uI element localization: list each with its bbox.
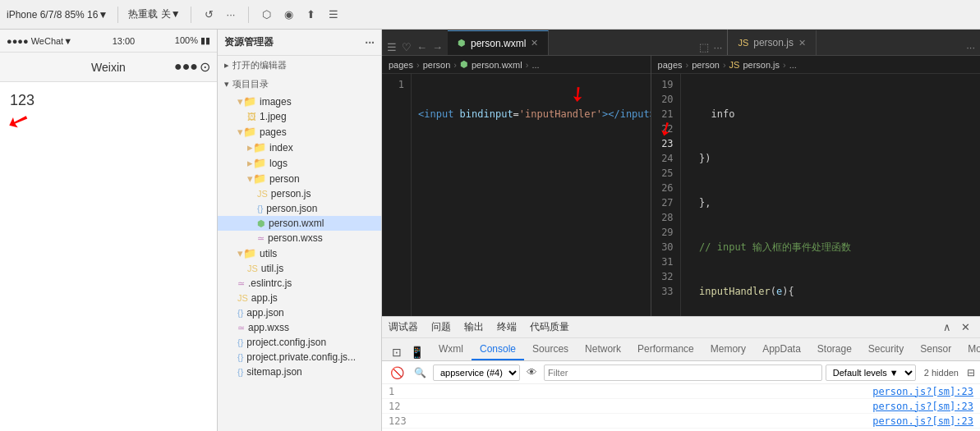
- js-icon: JS: [247, 264, 258, 273]
- console-link-2[interactable]: person.js?[sm]:23: [872, 401, 973, 412]
- tree-personjs-file[interactable]: JS person.js: [218, 186, 381, 201]
- tree-logs-folder[interactable]: ▸📁 logs: [218, 155, 381, 171]
- devtools-tab-mock[interactable]: Mock: [959, 339, 980, 360]
- tree-personjson-file[interactable]: {} person.json: [218, 201, 381, 216]
- tab-close-button[interactable]: ✕: [531, 38, 538, 48]
- devtools-tab-network[interactable]: Network: [577, 339, 629, 360]
- tree-1jpeg-file[interactable]: 🖼 1.jpeg: [218, 109, 381, 124]
- more-button[interactable]: ···: [223, 7, 239, 22]
- code-line-22: // input 输入框的事件处理函数: [688, 240, 973, 254]
- folder-icon: ▾📁: [237, 126, 256, 138]
- more-editor-button2[interactable]: ···: [964, 39, 977, 55]
- code-area-wxml[interactable]: 1 <input bindinput='inputHandler'></inpu…: [382, 74, 651, 316]
- tree-utiljs-file[interactable]: JS util.js: [218, 261, 381, 276]
- console-link-1[interactable]: person.js?[sm]:23: [872, 386, 973, 397]
- tree-item-label: project.private.config.js...: [246, 351, 356, 363]
- tree-appjson-file[interactable]: {} app.json: [218, 305, 381, 320]
- split-button[interactable]: ⬚: [697, 39, 711, 55]
- tree-item-label: person.js: [271, 188, 311, 199]
- devtools-terminal-tab[interactable]: 终端: [497, 320, 517, 334]
- console-line-number: 12: [389, 401, 405, 412]
- devtools-collapse-button[interactable]: ∧: [940, 319, 955, 335]
- code-token: ){: [782, 284, 794, 299]
- devtools-tab-sources[interactable]: Sources: [524, 339, 577, 360]
- console-filter-input[interactable]: [544, 365, 822, 381]
- device-selector[interactable]: iPhone 6/7/8 85% 16▼: [7, 9, 108, 21]
- console-link-3[interactable]: person.js?[sm]:23: [872, 415, 973, 427]
- nav-circle-icon[interactable]: ⊙: [200, 59, 210, 75]
- devtools-tab-appdata[interactable]: AppData: [754, 339, 809, 360]
- folder-icon: ▾📁: [247, 172, 266, 185]
- project-dir-chevron: ▾: [224, 79, 229, 89]
- tab-close-button[interactable]: ✕: [798, 38, 806, 48]
- tree-appjs-file[interactable]: JS app.js: [218, 291, 381, 305]
- arrow-annotation-phone: ➚: [2, 104, 33, 141]
- more-editor-button[interactable]: ···: [712, 39, 725, 55]
- console-line-number: 123: [389, 415, 407, 427]
- devtools-tab-console[interactable]: Console: [472, 339, 524, 360]
- project-dir-section[interactable]: ▾ 项目目录: [218, 75, 381, 94]
- hot-reload-toggle[interactable]: 热重载 关▼: [128, 7, 180, 21]
- code-token: inputHandler: [688, 284, 771, 299]
- code-line-23: inputHandler(e){: [688, 284, 973, 299]
- devtools-tab-security[interactable]: Security: [860, 339, 912, 360]
- tree-projectconfig-file[interactable]: {} project.config.json: [218, 335, 381, 350]
- devtools-tab-storage[interactable]: Storage: [809, 339, 860, 360]
- console-line-12: 12 person.js?[sm]:23: [382, 399, 980, 414]
- console-filter-button[interactable]: 🔍: [411, 365, 430, 380]
- tree-utils-folder[interactable]: ▾📁 utils: [218, 245, 381, 261]
- devtools-close-button[interactable]: ✕: [958, 319, 973, 335]
- nav-dots-icon[interactable]: ●●●: [174, 59, 198, 75]
- tab-person-js[interactable]: JS person.js ✕: [728, 30, 817, 55]
- devtools-tab-bar: ⊡ 📱 Wxml Console Sources Network Perform…: [382, 338, 980, 361]
- forward-button[interactable]: →: [430, 39, 444, 55]
- tree-item-label: logs: [269, 158, 288, 169]
- tree-sitemap-file[interactable]: {} sitemap.json: [218, 365, 381, 379]
- devtools-codequality-tab[interactable]: 代码质量: [530, 320, 569, 334]
- tree-images-folder[interactable]: ▾📁 images: [218, 94, 381, 109]
- devtools-tab-performance[interactable]: Performance: [629, 339, 702, 360]
- resource-more-button[interactable]: ···: [365, 36, 375, 49]
- bookmark-button[interactable]: ♡: [400, 39, 413, 55]
- sidebar-toggle-button[interactable]: ☰: [385, 39, 398, 55]
- line-num: 25: [658, 166, 674, 181]
- open-editors-section[interactable]: ▸ 打开的编辑器: [218, 56, 381, 75]
- compile-button[interactable]: ⬡: [259, 7, 274, 22]
- tree-eslint-file[interactable]: ≃ .eslintrc.js: [218, 276, 381, 291]
- refresh-button[interactable]: ↺: [201, 7, 217, 22]
- code-content-wxml[interactable]: <input bindinput='inputHandler'></input>: [412, 74, 651, 316]
- devtools-problems-tab[interactable]: 问题: [431, 320, 451, 334]
- devtools-mobile-button[interactable]: 📱: [407, 344, 427, 360]
- devtools-tab-memory[interactable]: Memory: [702, 339, 754, 360]
- tab-person-wxml[interactable]: ⬢ person.wxml ✕: [448, 30, 549, 55]
- upload-button[interactable]: ⬆: [303, 7, 319, 22]
- code-area-js[interactable]: 19 20 21 22 23 24 25 26 27 28 29 30 31 3…: [651, 74, 980, 316]
- code-content-js[interactable]: info }) }, // input 输入框的事件处理函数 inputHand…: [681, 74, 980, 316]
- console-clear-button[interactable]: 🚫: [387, 365, 407, 381]
- devtools-output-tab[interactable]: 输出: [464, 320, 484, 334]
- tree-pages-folder[interactable]: ▾📁 pages: [218, 124, 381, 140]
- devtools-inspect-button[interactable]: ⊡: [389, 344, 405, 360]
- line-num: 29: [658, 225, 674, 240]
- breadcrumb-more: ...: [789, 60, 797, 70]
- devtools-tab-sensor[interactable]: Sensor: [912, 339, 959, 360]
- eye-button[interactable]: 👁: [523, 365, 541, 380]
- back-button[interactable]: ←: [415, 39, 429, 55]
- js-tab-icon: JS: [738, 38, 748, 48]
- devtools-sidebar-toggle[interactable]: ⊟: [967, 367, 975, 378]
- tree-item-label: person: [269, 173, 300, 185]
- preview-button[interactable]: ◉: [281, 7, 297, 22]
- devtools-console-area[interactable]: 1 person.js?[sm]:23 12 person.js?[sm]:23…: [382, 384, 980, 431]
- tree-projectprivate-file[interactable]: {} project.private.config.js...: [218, 350, 381, 365]
- code-token: ></input>: [602, 107, 651, 122]
- tree-personwxss-file[interactable]: ≃ person.wxss: [218, 231, 381, 245]
- devtools-tab-wxml[interactable]: Wxml: [430, 339, 472, 360]
- tree-appwxss-file[interactable]: ≃ app.wxss: [218, 320, 381, 335]
- tree-person-folder[interactable]: ▾📁 person: [218, 171, 381, 186]
- log-levels-selector[interactable]: Default levels ▼: [826, 365, 916, 381]
- appservice-selector[interactable]: appservice (#4): [433, 365, 520, 381]
- tree-personwxml-file[interactable]: ⬢ person.wxml: [218, 216, 381, 231]
- editor-tabs-bar: ☰ ♡ ← → ⬢ person.wxml ✕ ⬚ ··· JS person.…: [382, 30, 980, 56]
- detail-button[interactable]: ☰: [325, 7, 342, 22]
- tree-index-folder[interactable]: ▸📁 index: [218, 140, 381, 155]
